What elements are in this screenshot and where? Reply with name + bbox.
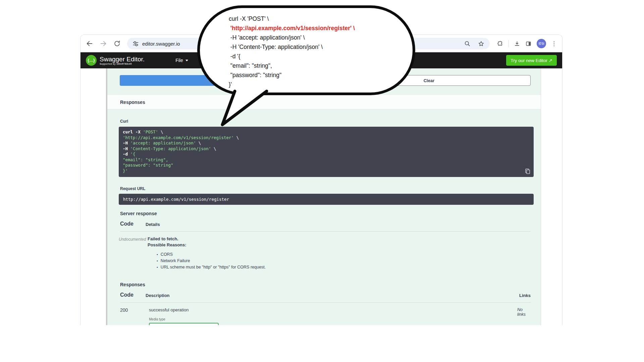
server-response-table-header: Code Details — [120, 221, 531, 232]
profile-avatar[interactable]: 哲弥 — [537, 39, 546, 48]
status-undocumented: Undocumented — [119, 236, 146, 271]
speech-bubble: curl -X 'POST' \ 'http://api.example.com… — [197, 5, 415, 95]
response-200-row: 200 successful operation Media type appl… — [120, 307, 531, 325]
request-url-label: Request URL — [120, 186, 541, 191]
swagger-logo-icon: {…} — [86, 55, 97, 66]
possible-reasons-label: Possible Reasons: — [148, 242, 529, 247]
reload-icon[interactable] — [113, 40, 121, 47]
site-settings-icon[interactable] — [132, 41, 139, 47]
col-details: Details — [146, 222, 531, 227]
forward-icon[interactable] — [100, 40, 107, 47]
error-message: Failed to fetch. — [148, 236, 529, 241]
bookmark-star-icon[interactable] — [478, 41, 484, 47]
page: editor.swagger.io — [0, 0, 644, 362]
toolbar-divider — [508, 40, 509, 47]
speech-bubble-text: curl -X 'POST' \ 'http://api.example.com… — [229, 14, 355, 89]
col-code: Code — [120, 221, 146, 227]
search-icon[interactable] — [464, 41, 471, 47]
speech-bubble-tail — [201, 84, 288, 131]
extensions-icon[interactable] — [497, 41, 503, 47]
downloads-icon[interactable] — [514, 41, 520, 47]
content-area: Clear Responses Curl curl -X 'POST' \ 'h… — [80, 68, 562, 325]
menu-file[interactable]: File — [175, 58, 188, 63]
response-description: successful operation — [149, 307, 515, 312]
responses-table-title: Responses — [120, 282, 541, 287]
responses-section-header: Responses — [107, 95, 541, 110]
server-response-row: Undocumented Failed to fetch. Possible R… — [119, 236, 531, 271]
right-gutter — [541, 68, 562, 325]
col-description: Description — [146, 293, 519, 298]
toolbar-right: 哲弥 ⋮ — [497, 39, 557, 48]
caret-down-icon — [185, 60, 188, 61]
try-new-editor-button[interactable]: Try our new Editor ↗ — [506, 55, 557, 66]
request-url-value: http://api.example.com/v1/session/regist… — [119, 194, 534, 205]
links-value: No links — [517, 307, 531, 325]
brand: Swagger Editor. Supported by SMARTBEAR — [100, 56, 145, 65]
app-title: Swagger Editor. — [100, 56, 145, 63]
back-icon[interactable] — [86, 40, 93, 47]
menu-dots-icon[interactable]: ⋮ — [551, 41, 557, 47]
swagger-ui-pane: Clear Responses Curl curl -X 'POST' \ 'h… — [107, 68, 541, 325]
split-view-icon[interactable] — [525, 41, 532, 47]
curl-code-block: curl -X 'POST' \ 'http://api.example.com… — [119, 127, 534, 177]
server-response-label: Server response — [120, 211, 541, 216]
app-subtitle: Supported by SMARTBEAR — [100, 63, 145, 65]
media-type-select[interactable]: application/json — [149, 323, 219, 325]
col-links: Links — [519, 293, 531, 298]
media-type-label: Media type — [149, 317, 515, 321]
copy-to-clipboard-button[interactable] — [524, 168, 531, 175]
col-code: Code — [120, 292, 146, 298]
clipboard-icon — [524, 168, 531, 175]
reasons-list: CORSNetwork FailureURL scheme must be "h… — [157, 252, 529, 269]
curl-label: Curl — [120, 119, 541, 124]
status-code: 200 — [120, 307, 147, 325]
editor-pane-collapsed — [80, 68, 106, 325]
responses-table-header: Code Description Links — [120, 292, 531, 303]
